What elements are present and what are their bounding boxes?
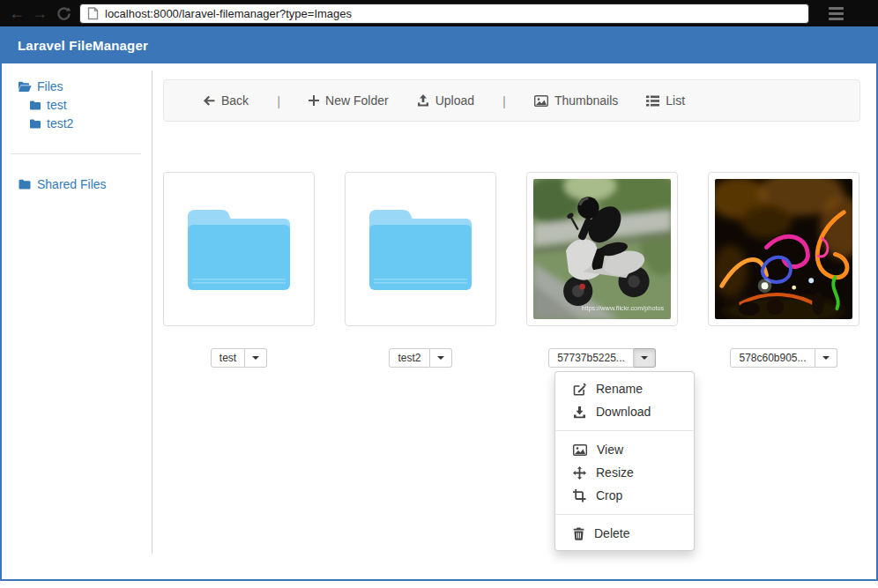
list-label: List — [666, 93, 685, 108]
menu-item-download[interactable]: Download — [555, 400, 694, 423]
item-name-button[interactable]: 57737b5225... — [548, 348, 634, 368]
browser-reload-icon[interactable] — [51, 6, 76, 21]
folder-card[interactable] — [345, 172, 496, 326]
photo-watermark: https://www.flickr.com/photos — [581, 304, 664, 312]
sidebar-item-label: Files — [37, 78, 63, 95]
browser-forward-icon[interactable]: → — [28, 4, 51, 23]
upload-button[interactable]: Upload — [417, 93, 474, 108]
sidebar-divider — [11, 153, 141, 154]
menu-item-label: Download — [596, 405, 651, 419]
new-folder-label: New Folder — [325, 93, 389, 108]
item-dropdown-toggle[interactable] — [430, 348, 452, 368]
picture-icon — [534, 95, 548, 107]
toolbar-separator: | — [502, 93, 506, 108]
item-name-button[interactable]: test — [211, 348, 245, 368]
toolbar-separator: | — [277, 93, 280, 108]
menu-item-label: Resize — [596, 465, 634, 480]
sidebar-item-shared-files[interactable]: Shared Files — [18, 175, 150, 193]
folder-icon — [18, 178, 32, 190]
big-folder-icon — [365, 205, 476, 294]
light-painting-photo — [715, 179, 852, 319]
trash-icon — [573, 527, 584, 540]
main-panel: Back | New Folder Upload | — [163, 63, 860, 579]
image-card[interactable]: https://www.flickr.com/photos — [526, 172, 678, 326]
menu-divider — [555, 430, 694, 431]
sidebar-item-label: test2 — [47, 115, 73, 132]
new-folder-button[interactable]: New Folder — [309, 93, 389, 108]
thumbnails-label: Thumbnails — [554, 93, 618, 108]
app-header: Laravel FileManager — [2, 26, 876, 63]
menu-item-label: Rename — [596, 382, 643, 396]
menu-item-label: Crop — [596, 488, 622, 502]
back-label: Back — [221, 93, 249, 108]
menu-item-label: View — [597, 443, 623, 457]
item-button-group: test2 — [389, 348, 451, 368]
image-card[interactable] — [708, 172, 859, 326]
move-icon — [573, 466, 586, 480]
folder-card[interactable] — [163, 172, 315, 326]
sidebar-item-test2[interactable]: test2 — [29, 115, 150, 132]
folder-icon — [29, 100, 41, 111]
menu-item-resize[interactable]: Resize — [555, 461, 694, 484]
caret-down-icon — [822, 356, 830, 360]
menu-item-rename[interactable]: Rename — [555, 377, 694, 400]
sidebar-item-test[interactable]: test — [29, 96, 150, 114]
list-button[interactable]: List — [646, 93, 685, 108]
caret-down-icon — [641, 356, 648, 360]
motorcycle-photo: https://www.flickr.com/photos — [533, 179, 671, 319]
sidebar-item-label: Shared Files — [37, 175, 107, 193]
crop-icon — [573, 489, 586, 502]
picture-icon — [573, 444, 587, 456]
app-title: Laravel FileManager — [2, 38, 148, 53]
menu-divider — [555, 514, 694, 515]
menu-item-view[interactable]: View — [555, 438, 694, 461]
grid-item-image-2: 578c60b905... — [708, 172, 859, 368]
caret-down-icon — [252, 356, 259, 360]
page-icon — [87, 7, 99, 20]
url-bar[interactable] — [79, 4, 809, 24]
item-button-group: 578c60b905... — [730, 348, 837, 368]
item-name-button[interactable]: 578c60b905... — [730, 348, 815, 368]
caret-down-icon — [437, 356, 444, 360]
download-icon — [573, 406, 586, 419]
item-button-group: 57737b5225... — [548, 348, 656, 368]
back-arrow-icon — [203, 95, 215, 107]
sidebar-item-label: test — [47, 96, 67, 114]
sidebar-main-divider — [152, 71, 153, 554]
url-input[interactable] — [105, 7, 801, 20]
item-button-group: test — [211, 348, 267, 368]
grid-item-folder-test2: test2 — [345, 172, 496, 368]
item-name-button[interactable]: test2 — [389, 348, 429, 368]
menu-item-label: Delete — [594, 526, 629, 540]
item-dropdown-toggle[interactable] — [245, 348, 267, 368]
item-dropdown-toggle-open[interactable] — [634, 348, 656, 368]
filemanager-window: Laravel FileManager Files test test2 — [0, 26, 878, 581]
menu-item-delete[interactable]: Delete — [555, 522, 694, 545]
menu-item-crop[interactable]: Crop — [555, 484, 694, 507]
big-folder-icon — [183, 205, 294, 294]
context-dropdown-menu: Rename Download View — [554, 371, 695, 551]
toolbar: Back | New Folder Upload | — [163, 79, 860, 122]
back-button[interactable]: Back — [203, 93, 249, 108]
sidebar-item-files[interactable]: Files — [18, 78, 150, 95]
browser-back-icon[interactable]: ← — [5, 4, 28, 23]
item-dropdown-toggle[interactable] — [815, 348, 837, 368]
folder-open-icon — [18, 80, 32, 93]
edit-icon — [573, 383, 586, 396]
plus-icon — [309, 95, 319, 106]
thumbnails-button[interactable]: Thumbnails — [534, 93, 618, 108]
menu-hamburger-icon[interactable] — [829, 7, 844, 20]
folder-icon — [29, 118, 41, 130]
upload-icon — [417, 94, 429, 107]
grid-item-folder-test: test — [163, 172, 315, 368]
sidebar: Files test test2 Shared Files — [2, 63, 150, 553]
list-icon — [646, 95, 659, 107]
reload-glyph — [56, 6, 71, 21]
upload-label: Upload — [435, 93, 474, 108]
browser-chrome: ← → — [0, 0, 878, 26]
grid-item-image-1: https://www.flickr.com/photos 57737b5225… — [526, 172, 678, 368]
